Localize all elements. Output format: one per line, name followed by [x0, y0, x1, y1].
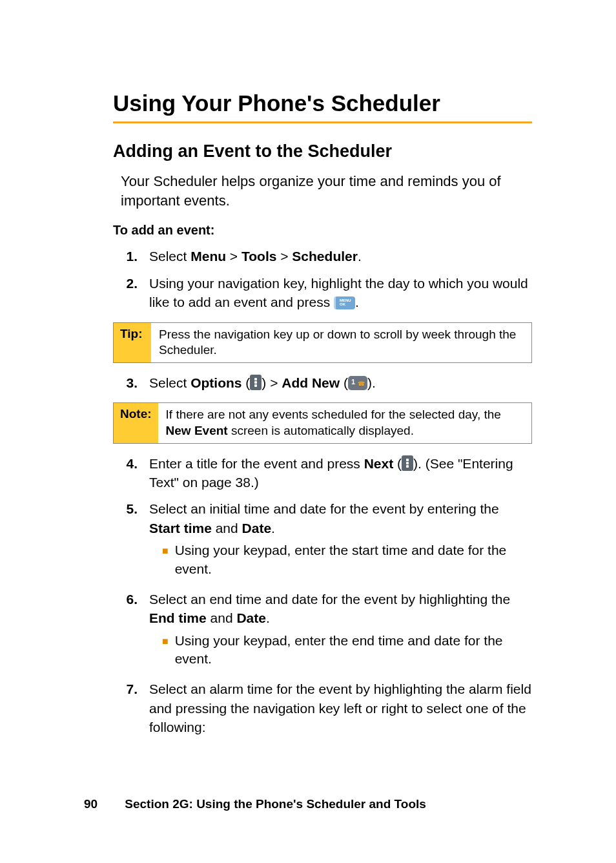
step-body: Enter a title for the event and press Ne… [149, 454, 532, 492]
text: . [358, 249, 362, 264]
steps-list: 1. Select Menu > Tools > Scheduler. 2. U… [113, 247, 532, 311]
intro-text: Your Scheduler helps organize your time … [121, 172, 532, 210]
text: Select [149, 375, 190, 390]
text: ( [340, 375, 348, 390]
text: Enter a title for the event and press [149, 456, 364, 471]
step-1: 1. Select Menu > Tools > Scheduler. [113, 247, 532, 265]
note-text: If there are not any events scheduled fo… [158, 403, 531, 442]
step-body: Select an alarm time for the event by hi… [149, 680, 532, 736]
bold-text: Next [364, 456, 394, 471]
text: . [355, 295, 359, 309]
step-number: 3. [113, 373, 138, 392]
page-title: Using Your Phone's Scheduler [113, 90, 532, 116]
bold-text: Tools [241, 249, 276, 264]
text: > [226, 249, 241, 264]
sub-list: ■Using your keypad, enter the end time a… [149, 632, 532, 669]
bold-text: Start time [149, 521, 212, 535]
text: Select [149, 249, 190, 264]
step-number: 2. [113, 274, 138, 312]
menu-ok-key-icon [334, 296, 355, 309]
bold-text: Date [242, 521, 272, 535]
text: ) > [262, 375, 282, 390]
text: . [271, 521, 275, 535]
text: If there are not any events scheduled fo… [166, 408, 501, 421]
step-number: 4. [113, 454, 138, 492]
bullet-icon: ■ [162, 634, 169, 669]
footer-text: Section 2G: Using the Phone's Scheduler … [125, 797, 426, 811]
text: Select an end time and date for the even… [149, 592, 510, 607]
note-callout: Note: If there are not any events schedu… [113, 402, 532, 443]
step-number: 7. [113, 680, 138, 736]
page-number: 90 [84, 797, 121, 811]
document-page: Using Your Phone's Scheduler Adding an E… [0, 0, 616, 737]
page-footer: 90 Section 2G: Using the Phone's Schedul… [84, 797, 426, 811]
step-number: 5. [113, 499, 138, 581]
step-body: Using your navigation key, highlight the… [149, 274, 532, 312]
text: and [207, 610, 237, 625]
steps-list: 4. Enter a title for the event and press… [113, 454, 532, 737]
text: screen is automatically displayed. [228, 424, 414, 437]
note-label: Note: [114, 403, 158, 442]
section-heading: Adding an Event to the Scheduler [113, 141, 532, 161]
text: . [266, 610, 270, 625]
text: ). [367, 375, 376, 390]
sub-item: ■Using your keypad, enter the start time… [149, 541, 532, 578]
step-body: Select Menu > Tools > Scheduler. [149, 247, 532, 265]
title-rule [113, 121, 532, 123]
bold-text: Scheduler [292, 249, 358, 264]
text: ( [393, 456, 402, 471]
bold-text: Options [190, 375, 241, 390]
text: Using your keypad, enter the end time an… [175, 632, 532, 669]
text: Select an initial time and date for the … [149, 501, 499, 516]
sub-item: ■Using your keypad, enter the end time a… [149, 632, 532, 669]
bold-text: Add New [282, 375, 340, 390]
bullet-icon: ■ [162, 544, 169, 578]
text: and [212, 521, 242, 535]
step-2: 2. Using your navigation key, highlight … [113, 274, 532, 312]
step-3: 3. Select Options () > Add New (☎). [113, 373, 532, 392]
steps-list: 3. Select Options () > Add New (☎). [113, 373, 532, 392]
bold-text: Menu [190, 249, 226, 264]
text: ( [242, 375, 251, 390]
step-5: 5. Select an initial time and date for t… [113, 499, 532, 581]
tip-label: Tip: [114, 323, 151, 362]
step-body: Select an initial time and date for the … [149, 499, 532, 581]
key-1-icon: ☎ [348, 376, 367, 390]
step-7: 7. Select an alarm time for the event by… [113, 680, 532, 736]
bold-text: Date [236, 610, 266, 625]
step-body: Select an end time and date for the even… [149, 590, 532, 672]
tip-text: Press the navigation key up or down to s… [151, 323, 531, 362]
text: > [276, 249, 292, 264]
step-number: 6. [113, 590, 138, 672]
step-6: 6. Select an end time and date for the e… [113, 590, 532, 672]
sub-list: ■Using your keypad, enter the start time… [149, 541, 532, 578]
bold-text: New Event [166, 424, 228, 437]
step-body: Select Options () > Add New (☎). [149, 373, 532, 392]
step-number: 1. [113, 247, 138, 265]
sub-heading: To add an event: [113, 223, 532, 238]
bold-text: End time [149, 610, 207, 625]
step-4: 4. Enter a title for the event and press… [113, 454, 532, 492]
text: Using your keypad, enter the start time … [175, 541, 532, 578]
softkey-icon [250, 375, 262, 390]
softkey-icon [402, 455, 413, 471]
tip-callout: Tip: Press the navigation key up or down… [113, 322, 532, 363]
